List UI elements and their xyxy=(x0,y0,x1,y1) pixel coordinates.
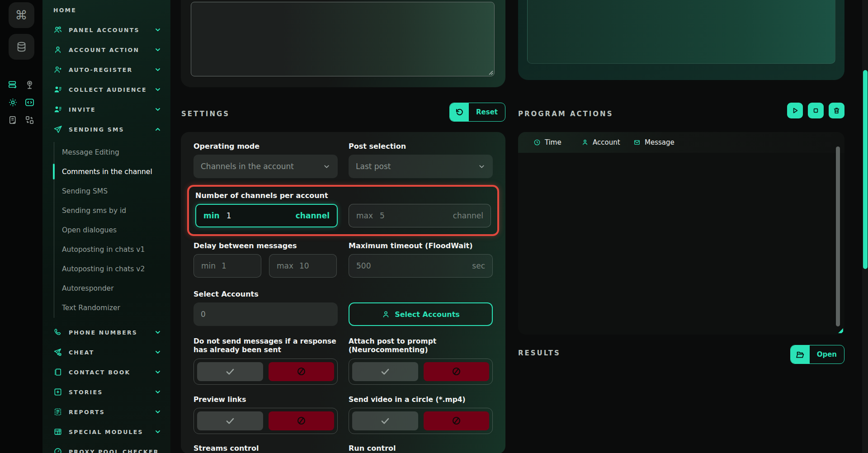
block-icon xyxy=(451,415,462,426)
sidebar-item-label: INVITE xyxy=(69,106,96,113)
server-check-icon[interactable] xyxy=(8,80,18,90)
sidebar-item-invite[interactable]: INVITE xyxy=(42,99,170,119)
play-icon xyxy=(791,107,799,114)
user-plus-icon xyxy=(53,65,62,74)
user-icon xyxy=(581,139,589,146)
command-icon: ⌘ xyxy=(15,9,28,21)
program-actions-table: Time Account Message xyxy=(518,132,844,335)
submenu-item-comments-in-the-channel[interactable]: Comments in the channel xyxy=(54,162,170,181)
users-icon xyxy=(53,25,62,34)
column-header-message: Message xyxy=(633,138,675,146)
submenu-item-autoresponder[interactable]: Autoresponder xyxy=(54,278,170,298)
rail-icon-grid xyxy=(0,80,42,125)
sidebar-item-stories[interactable]: STORIES xyxy=(42,382,170,402)
delay-min-input[interactable]: min 1 xyxy=(193,254,261,278)
page-scrollbar-thumb[interactable] xyxy=(863,70,868,269)
user-icon xyxy=(382,310,390,319)
plus-square-icon xyxy=(53,387,62,396)
column-header-account: Account xyxy=(581,138,633,146)
sidebar-item-panel-accounts[interactable]: PANEL ACCOUNTS xyxy=(42,20,170,40)
sidebar-item-contact-book[interactable]: CONTACT BOOK xyxy=(42,362,170,382)
sidebar-item-cheat[interactable]: CHEAT xyxy=(42,342,170,362)
allow-option[interactable] xyxy=(352,411,418,430)
chevron-down-icon xyxy=(323,163,330,170)
timeout-input[interactable]: 500 sec xyxy=(349,254,493,278)
settings-card: Operating mode Channels in the account P… xyxy=(181,132,505,453)
post-selection-select[interactable]: Last post xyxy=(349,155,493,178)
folder-open-icon xyxy=(791,345,810,363)
submenu-item-message-editing[interactable]: Message Editing xyxy=(54,142,170,162)
chevron-down-icon xyxy=(154,46,161,53)
max-channels-input[interactable]: max 5 channel xyxy=(349,204,491,227)
sidebar-item-collect-audience[interactable]: COLLECT AUDIENCE xyxy=(42,80,170,99)
deny-option[interactable] xyxy=(269,411,335,430)
user-list-icon xyxy=(53,105,62,114)
sidebar-item-label: SPECIAL MODULES xyxy=(69,429,143,435)
sidebar-item-phone-numbers[interactable]: PHONE NUMBERS xyxy=(42,322,170,342)
post-selection-label: Post selection xyxy=(349,142,493,151)
contact-book-icon xyxy=(53,368,62,377)
submenu-item-sending-sms[interactable]: Sending SMS xyxy=(54,181,170,201)
deny-option[interactable] xyxy=(269,362,335,381)
delay-max-input[interactable]: max 10 xyxy=(269,254,337,278)
results-title: RESULTS xyxy=(518,349,561,357)
report-list-icon xyxy=(53,407,62,416)
sidebar-item-account-action[interactable]: ACCOUNT ACTION xyxy=(42,40,170,60)
sidebar-item-label: PROXY POOL CHECKER xyxy=(69,448,159,453)
main-content: SETTINGS Reset Operating mode Channels i… xyxy=(170,0,868,453)
select-accounts-button[interactable]: Select Accounts xyxy=(349,302,493,326)
sidebar-item-label: STORIES xyxy=(69,389,103,396)
chevron-up-icon xyxy=(154,126,161,133)
attach-post-label: Attach post to prompt (Neurocommenting) xyxy=(349,337,493,354)
timeout-label: Maximum timeout (FloodWait) xyxy=(349,241,493,250)
message-textarea[interactable] xyxy=(191,2,495,76)
sidebar-item-auto-register[interactable]: AUTO-REGISTER xyxy=(42,60,170,80)
open-button-label: Open xyxy=(810,345,844,363)
open-results-button[interactable]: Open xyxy=(790,345,844,364)
allow-option[interactable] xyxy=(197,411,263,430)
database-button[interactable] xyxy=(9,34,34,60)
sidebar-item-home[interactable]: HOME xyxy=(42,0,170,20)
sidebar-item-special-modules[interactable]: SPECIAL MODULES xyxy=(42,422,170,442)
user-list-icon xyxy=(53,85,62,94)
sidebar-item-proxy-pool-checker[interactable]: PROXY POOL CHECKER xyxy=(42,442,170,453)
submenu-item-text-randomizer[interactable]: Text Randomizer xyxy=(54,298,170,317)
sidebar-item-sending-sms[interactable]: SENDING SMS xyxy=(42,119,170,139)
reset-button[interactable]: Reset xyxy=(449,103,505,122)
submenu-item-open-dialogues[interactable]: Open dialogues xyxy=(54,220,170,240)
gear-icon[interactable] xyxy=(8,97,18,108)
swap-panels-icon[interactable] xyxy=(24,115,35,125)
deny-option[interactable] xyxy=(424,362,490,381)
sidebar-item-reports[interactable]: REPORTS xyxy=(42,402,170,422)
chevron-down-icon xyxy=(154,428,161,435)
message-card xyxy=(181,0,505,87)
min-channels-input[interactable]: min 1 channel xyxy=(195,204,338,227)
gauge-icon xyxy=(53,447,62,453)
table-resize-grip-icon[interactable] xyxy=(838,328,843,333)
accounts-count-input[interactable]: 0 xyxy=(193,302,338,326)
webcam-icon[interactable] xyxy=(24,80,35,90)
block-icon xyxy=(296,366,307,377)
allow-option[interactable] xyxy=(197,362,263,381)
check-icon xyxy=(379,366,391,378)
no-resend-label: Do not send messages if a response has a… xyxy=(193,337,338,354)
rotate-ccw-icon xyxy=(450,103,469,121)
run-button[interactable] xyxy=(787,103,803,118)
submenu-item-autoposting-v1[interactable]: Autoposting in chats v1 xyxy=(54,240,170,259)
check-icon xyxy=(224,415,236,427)
submenu-item-autoposting-v2[interactable]: Autoposting in chats v2 xyxy=(54,259,170,278)
table-scrollbar[interactable] xyxy=(836,146,840,326)
resize-grip-icon[interactable] xyxy=(487,69,493,75)
command-menu-button[interactable]: ⌘ xyxy=(9,2,34,28)
chevron-down-icon xyxy=(154,349,161,356)
icon-rail: ⌘ xyxy=(0,0,42,453)
delete-button[interactable] xyxy=(829,103,844,118)
sidebar-item-label: ACCOUNT ACTION xyxy=(69,47,139,53)
allow-option[interactable] xyxy=(352,362,418,381)
deny-option[interactable] xyxy=(424,411,490,430)
operating-mode-select[interactable]: Channels in the account xyxy=(193,155,338,178)
stop-button[interactable] xyxy=(808,103,824,118)
clipboard-check-icon[interactable] xyxy=(8,115,18,125)
submenu-item-sending-sms-by-id[interactable]: Sending sms by id xyxy=(54,201,170,220)
code-window-icon[interactable] xyxy=(24,97,35,108)
